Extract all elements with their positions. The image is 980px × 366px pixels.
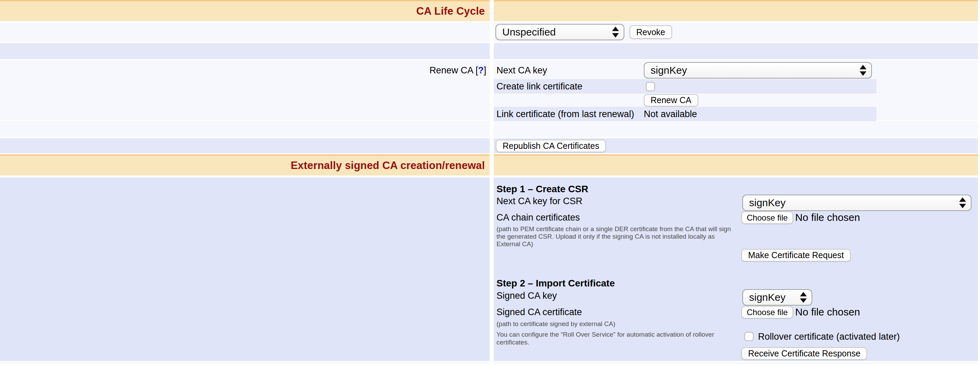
link-certificate-value: Not available	[644, 109, 697, 120]
create-link-certificate-row: Create link certificate	[494, 79, 877, 94]
renew-ca-help-link[interactable]: ?	[478, 65, 484, 75]
select-stepper-icon	[800, 292, 807, 303]
renew-ca-button[interactable]: Renew CA	[644, 94, 698, 107]
revoke-row-left-cell	[0, 22, 490, 42]
step1-choose-file-button[interactable]: Choose file	[741, 211, 793, 224]
section-title-ca-life-cycle: CA Life Cycle	[416, 5, 485, 18]
ca-chain-certificates-label: CA chain certificates	[496, 213, 580, 223]
revoke-row-right-cell: Unspecified Revoke	[494, 22, 978, 42]
next-ca-key-row: Next CA key signKey	[494, 61, 877, 79]
bottom-strip-row	[0, 362, 980, 364]
step1-title: Step 1 – Create CSR	[496, 184, 588, 195]
step2-no-file-chosen: No file chosen	[795, 306, 860, 318]
section-title-externally-signed: Externally signed CA creation/renewal	[291, 160, 485, 172]
signed-ca-key-label: Signed CA key	[496, 291, 557, 301]
republish-row: Republish CA Certificates	[0, 138, 980, 153]
next-ca-key-label: Next CA key	[494, 65, 644, 76]
renew-ca-row-label: Renew CA [?]	[429, 65, 486, 120]
next-ca-key-for-csr-select[interactable]: signKey	[742, 195, 972, 211]
signed-ca-certificate-label: Signed CA certificate	[496, 307, 582, 318]
create-link-certificate-checkbox[interactable]	[646, 82, 655, 91]
revocation-reason-select[interactable]: Unspecified	[495, 24, 624, 40]
step2-choose-file-button[interactable]: Choose file	[741, 306, 793, 318]
revoke-button[interactable]: Revoke	[630, 25, 672, 39]
rollover-certificate-label: Rollover certificate (activated later)	[758, 331, 900, 342]
ca-life-cycle-header-row: CA Life Cycle	[0, 0, 980, 21]
externally-signed-header-spacer	[494, 154, 978, 176]
rollover-service-help: You can configure the “Roll Over Service…	[496, 331, 714, 346]
next-ca-key-select[interactable]: signKey	[644, 62, 872, 78]
republish-ca-certificates-button[interactable]: Republish CA Certificates	[496, 140, 606, 152]
republish-cell: Republish CA Certificates	[494, 138, 978, 153]
renew-ca-button-row: Renew CA	[494, 94, 877, 107]
ca-chain-certificates-help: (path to PEM certificate chain or a sing…	[496, 225, 731, 248]
externally-signed-header-cell: Externally signed CA creation/renewal	[0, 154, 490, 176]
externally-signed-content-row: Step 1 – Create CSR Next CA key for CSR …	[0, 177, 980, 361]
link-certificate-row: Link certificate (from last renewal) Not…	[494, 107, 877, 121]
signed-ca-key-select[interactable]: signKey	[742, 289, 812, 305]
externally-signed-content-cell: Step 1 – Create CSR Next CA key for CSR …	[494, 177, 978, 361]
renew-ca-fields-cell: Next CA key signKey Create link certific…	[494, 60, 978, 120]
externally-signed-header-row: Externally signed CA creation/renewal	[0, 154, 980, 176]
signed-ca-certificate-help: (path to certificate signed by external …	[496, 320, 616, 328]
spacer-row-1	[0, 43, 980, 59]
step2-title: Step 2 – Import Certificate	[496, 278, 615, 289]
select-stepper-icon	[860, 65, 867, 76]
select-stepper-icon	[612, 27, 619, 38]
revoke-row: Unspecified Revoke	[0, 22, 980, 42]
ca-life-cycle-header-spacer	[494, 0, 978, 21]
make-certificate-request-button[interactable]: Make Certificate Request	[741, 249, 851, 262]
externally-signed-left-cell	[0, 177, 490, 361]
receive-certificate-response-button[interactable]: Receive Certificate Response	[741, 347, 867, 360]
revocation-reason-value: Unspecified	[502, 26, 556, 38]
step1-no-file-chosen: No file chosen	[795, 212, 860, 223]
ca-life-cycle-header-cell: CA Life Cycle	[0, 0, 490, 21]
renew-ca-label-cell: Renew CA [?]	[0, 60, 490, 120]
link-certificate-label: Link certificate (from last renewal)	[494, 109, 644, 120]
select-stepper-icon	[959, 197, 966, 208]
step1-key-label: Next CA key for CSR	[496, 196, 582, 206]
spacer-row-2	[0, 121, 980, 137]
create-link-certificate-label: Create link certificate	[494, 81, 644, 92]
renew-ca-row: Renew CA [?] Next CA key signKey Create …	[0, 60, 980, 120]
rollover-certificate-checkbox[interactable]	[745, 332, 754, 341]
